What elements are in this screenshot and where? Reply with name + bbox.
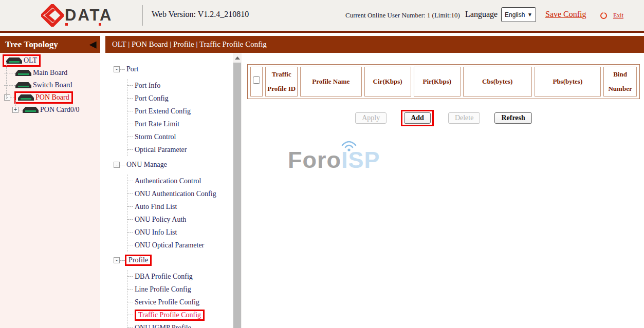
annotation-box: PON Board: [14, 91, 73, 104]
foroisp-watermark: ForoISP: [288, 147, 380, 173]
menu-item-port-extend-config[interactable]: Port Extend Config: [127, 105, 242, 118]
menu-item-optical-parameter[interactable]: Optical Parameter: [127, 143, 242, 156]
scroll-up-button[interactable]: [233, 54, 242, 62]
menu-group-label: ONU Manage: [126, 161, 167, 169]
language-select[interactable]: English ▼: [501, 7, 536, 22]
language-label: Language: [465, 10, 498, 19]
refresh-button[interactable]: Refresh: [494, 112, 531, 124]
menu-group-port[interactable]: -Port: [105, 63, 242, 76]
tree-item-main-board[interactable]: Main Board: [0, 67, 100, 79]
menu-item-authentication-control[interactable]: Authentication Control: [127, 175, 242, 187]
apply-button: Apply: [355, 112, 387, 124]
menu-item-onu-optical-parameter[interactable]: ONU Optical Parameter: [127, 239, 242, 252]
exit-link[interactable]: Exit: [613, 12, 623, 20]
tree-topology-sidebar: Tree Topology ◀ OLTMain BoardSwitch Boar…: [0, 36, 100, 328]
add-button[interactable]: Add: [404, 112, 431, 124]
online-user-count: Current Online User Number: 1 (Limit:10): [345, 11, 460, 20]
save-config-link[interactable]: Save Config: [545, 10, 586, 19]
minus-expander-icon[interactable]: -: [114, 257, 120, 263]
header-divider: [142, 5, 142, 26]
device-tree: OLTMain BoardSwitch Board-PON Board+PON …: [0, 53, 100, 116]
language-selected-value: English: [505, 11, 525, 18]
logo-text: DATA: [65, 6, 113, 25]
menu-item-onu-igmp-profile[interactable]: ONU IGMP Profile: [127, 321, 242, 328]
scrollbar-thumb[interactable]: [233, 63, 241, 328]
collapse-sidebar-icon[interactable]: ◀: [89, 36, 96, 53]
wifi-signal-icon: [339, 138, 359, 152]
logo-dot: [65, 23, 68, 26]
annotation-box: Traffic Profile Config: [135, 310, 205, 321]
tree-connector: [120, 165, 125, 165]
menu-item-onu-authentication-config[interactable]: ONU Authentication Config: [127, 187, 242, 200]
column-header-pir-kbps: Pir(Kbps): [414, 67, 461, 97]
tree-connector: [127, 124, 133, 124]
menu-group-items: DBA Profile ConfigLine Profile ConfigSer…: [127, 270, 242, 328]
tree-connector: [127, 98, 133, 99]
menu-item-port-info[interactable]: Port Info: [127, 79, 242, 92]
tree-connector: [10, 98, 14, 98]
watermark-text-gray: Foro: [288, 147, 341, 173]
menu-item-label: Port Rate Limit: [135, 120, 179, 128]
minus-expander-icon[interactable]: -: [4, 94, 10, 101]
web-version-text: Web Version: V1.2.4_210810: [152, 10, 249, 19]
menu-group-profile[interactable]: -Profile: [105, 254, 242, 267]
menu-item-traffic-profile-config[interactable]: Traffic Profile Config: [127, 308, 242, 321]
breadcrumb: OLT | PON Board | Profile | Traffic Prof…: [105, 36, 644, 53]
menu-group-items: Port InfoPort ConfigPort Extend ConfigPo…: [127, 79, 242, 156]
device-icon: [18, 94, 34, 101]
tree-connector: [127, 149, 133, 150]
header-bottom-divider: [0, 31, 644, 33]
cdata-logo: DATA: [41, 4, 113, 27]
top-header: DATA Web Version: V1.2.4_210810 Current …: [0, 0, 644, 31]
scroll-up-icon: [235, 56, 240, 60]
menu-item-dba-profile-config[interactable]: DBA Profile Config: [127, 270, 242, 283]
tree-connector: [127, 194, 133, 194]
tree-connector: [120, 69, 125, 70]
tree-connector: [127, 232, 133, 233]
menu-item-label: ONU Info List: [135, 228, 177, 237]
sidebar-title: Tree Topology: [5, 40, 58, 49]
menu-item-auto-find-list[interactable]: Auto Find List: [127, 200, 242, 213]
delete-button: Delete: [448, 112, 481, 124]
menu-item-label: DBA Profile Config: [135, 273, 193, 281]
menu-item-label: Port Extend Config: [135, 107, 191, 115]
minus-expander-icon[interactable]: -: [114, 162, 120, 168]
tree-item-switch-board[interactable]: Switch Board: [0, 79, 100, 91]
menu-item-port-config[interactable]: Port Config: [127, 92, 242, 105]
tree-item-label: OLT: [24, 56, 37, 65]
menu-item-label: Optical Parameter: [135, 146, 187, 154]
logo-dot: [99, 23, 101, 26]
annotation-box: Profile: [125, 255, 152, 266]
tree-connector: [127, 111, 133, 111]
device-icon: [23, 107, 39, 113]
action-button-row: ApplyAddDeleteRefresh: [247, 110, 640, 126]
menu-item-line-profile-config[interactable]: Line Profile Config: [127, 283, 242, 296]
tree-item-label: Switch Board: [33, 81, 72, 89]
menu-item-onu-info-list[interactable]: ONU Info List: [127, 226, 242, 239]
tree-guide-line: [15, 100, 16, 108]
menu-group-items: Authentication ControlONU Authentication…: [127, 175, 242, 252]
select-all-cell: [250, 67, 263, 97]
column-header-profile-name: Profile Name: [300, 67, 362, 97]
menu-item-storm-control[interactable]: Storm Control: [127, 130, 242, 143]
power-icon: [600, 12, 607, 19]
menu-item-service-profile-config[interactable]: Service Profile Config: [127, 296, 242, 308]
tree-item-olt[interactable]: OLT: [0, 54, 100, 67]
tree-connector: [127, 85, 133, 86]
tree-connector: [19, 110, 23, 110]
minus-expander-icon[interactable]: -: [114, 66, 120, 72]
column-header-cir-kbps: Cir(Kbps): [364, 67, 411, 97]
annotation-box: Add: [401, 110, 434, 126]
tree-item-label: PON Board: [35, 93, 69, 102]
menu-item-label: Traffic Profile Config: [138, 311, 201, 319]
select-all-checkbox[interactable]: [253, 76, 260, 84]
menu-item-onu-policy-auth[interactable]: ONU Policy Auth: [127, 213, 242, 226]
menu-group-onu-manage[interactable]: -ONU Manage: [105, 158, 242, 171]
menu-item-label: ONU Policy Auth: [135, 216, 186, 224]
menu-item-label: ONU Optical Parameter: [135, 241, 204, 249]
menu-scrollbar[interactable]: [233, 53, 242, 328]
column-header-bind-number: Bind Number: [603, 67, 637, 97]
menu-item-port-rate-limit[interactable]: Port Rate Limit: [127, 118, 242, 130]
navigation-menu-panel: -PortPort InfoPort ConfigPort Extend Con…: [105, 53, 242, 328]
menu-item-label: Auto Find List: [135, 203, 177, 211]
